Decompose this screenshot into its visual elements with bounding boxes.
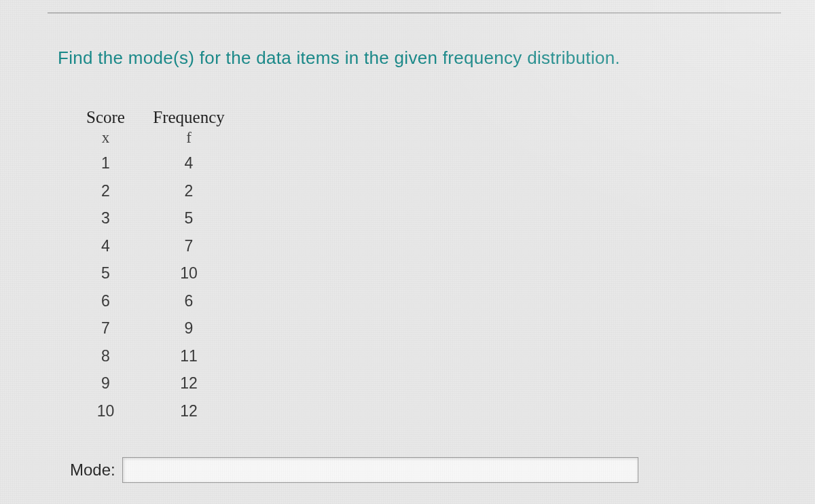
cell-f: 2 xyxy=(141,177,236,205)
cell-x: 4 xyxy=(70,232,141,260)
cell-x: 2 xyxy=(70,177,141,205)
cell-f: 7 xyxy=(141,232,236,260)
mode-input[interactable] xyxy=(122,457,638,483)
table-row: 6 6 xyxy=(70,287,236,315)
cell-f: 10 xyxy=(141,259,236,287)
question-text: Find the mode(s) for the data items in t… xyxy=(58,48,774,69)
cell-x: 10 xyxy=(70,397,141,425)
cell-f: 12 xyxy=(141,397,236,425)
header-frequency: Frequency xyxy=(141,106,236,127)
cell-x: 9 xyxy=(70,370,141,397)
cell-f: 9 xyxy=(141,314,236,342)
cell-x: 8 xyxy=(70,342,141,370)
cell-f: 6 xyxy=(141,287,236,315)
cell-x: 3 xyxy=(70,204,141,232)
table-row: 1 4 xyxy=(70,149,236,177)
cell-x: 7 xyxy=(70,314,141,342)
cell-x: 6 xyxy=(70,287,141,315)
question-block: Find the mode(s) for the data items in t… xyxy=(58,48,774,483)
header-score: Score xyxy=(70,106,141,127)
cell-x: 5 xyxy=(70,259,141,287)
table-row: 2 2 xyxy=(70,177,236,205)
table-row: 7 9 xyxy=(70,314,236,342)
cell-x: 1 xyxy=(70,149,141,177)
section-divider xyxy=(48,12,781,14)
cell-f: 5 xyxy=(141,204,236,232)
table-symbol-row: x f xyxy=(70,127,236,149)
frequency-table: Score Frequency x f 1 4 2 2 3 5 4 7 xyxy=(70,106,774,425)
table-row: 10 12 xyxy=(70,397,236,425)
table-row: 3 5 xyxy=(70,204,236,232)
table-row: 8 11 xyxy=(70,342,236,370)
cell-f: 4 xyxy=(141,149,236,177)
mode-label: Mode: xyxy=(70,461,115,480)
table-row: 4 7 xyxy=(70,232,236,260)
cell-f: 12 xyxy=(141,370,236,397)
cell-f: 11 xyxy=(141,342,236,370)
table-row: 5 10 xyxy=(70,259,236,287)
answer-row: Mode: xyxy=(70,457,774,483)
table-row: 9 12 xyxy=(70,370,236,397)
symbol-f: f xyxy=(141,127,236,149)
symbol-x: x xyxy=(70,127,141,149)
table-header-row: Score Frequency xyxy=(70,106,236,127)
